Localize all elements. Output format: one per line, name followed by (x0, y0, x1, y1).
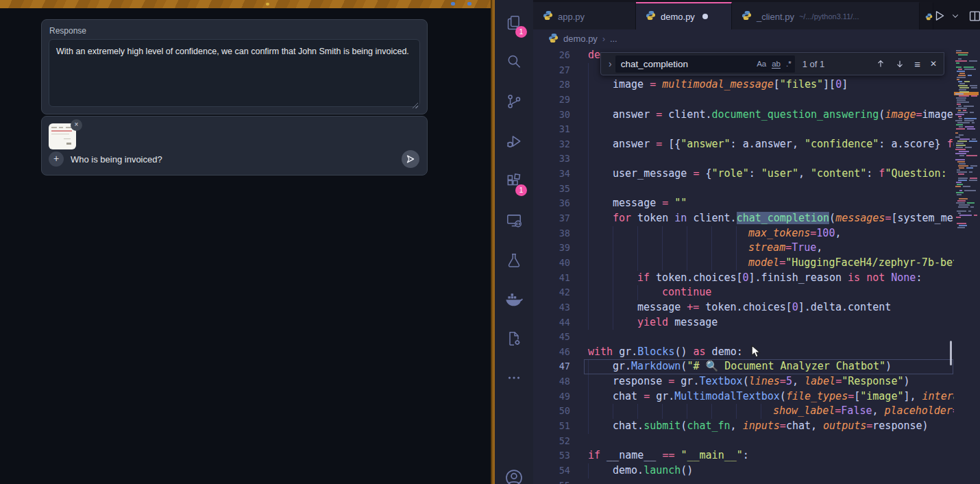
line-number[interactable]: 29 (533, 93, 570, 108)
code-line: 35 (533, 182, 954, 197)
send-icon (404, 153, 417, 165)
scrollbar-slider[interactable] (950, 341, 952, 365)
line-number[interactable]: 35 (533, 182, 570, 197)
code-line: 39stream=True, (533, 241, 954, 256)
tab-demo.py[interactable]: demo.py (636, 2, 732, 29)
code-line: 37for token in client.chat_completion(me… (533, 211, 954, 226)
chat-message-input[interactable]: Who is being invoiced? (71, 154, 162, 165)
gradio-app-window: Response With an extremely high level of… (0, 8, 491, 484)
activity-remote-explorer-icon[interactable] (495, 204, 533, 237)
activity-bar: 11 (495, 0, 533, 484)
line-number[interactable]: 47 (533, 359, 570, 374)
breadcrumb-file[interactable]: demo.py (563, 34, 598, 44)
desktop: Response With an extremely high level of… (0, 0, 980, 484)
code-line: 28image = multimodal_message["files"][0] (533, 77, 954, 93)
find-widget: › Aa ab .* 1 of 1 ≡ ✕ (600, 52, 944, 75)
add-file-button[interactable]: + (49, 152, 64, 167)
code-line: 34user_message = {"role": "user", "conte… (533, 167, 954, 182)
send-button[interactable] (402, 150, 419, 168)
activity-extensions-icon[interactable]: 1 (495, 165, 533, 197)
line-number[interactable]: 49 (533, 389, 570, 404)
activity-testing-icon[interactable] (495, 244, 533, 277)
line-number[interactable]: 36 (533, 196, 570, 211)
code-line: 52 (533, 434, 954, 449)
split-editor-icon[interactable] (969, 10, 980, 22)
activity-cmake-tools-icon[interactable] (495, 322, 533, 355)
line-number[interactable]: 46 (533, 345, 570, 360)
response-textarea[interactable]: With an extremely high level of confiden… (49, 39, 420, 107)
code-line: 32answer = [{"answer": a.answer, "confid… (533, 137, 954, 152)
line-number[interactable]: 40 (533, 256, 570, 271)
line-number[interactable]: 54 (533, 463, 570, 479)
vscode-main: app.py demo.py _client.py~/.../python3.1… (533, 0, 980, 484)
code-editor[interactable]: 26de2728image = multimodal_message["file… (533, 48, 980, 484)
line-number[interactable]: 28 (533, 77, 570, 93)
close-find-icon[interactable]: ✕ (930, 59, 937, 69)
whole-word-toggle[interactable]: ab (772, 60, 781, 69)
line-number[interactable]: 39 (533, 241, 570, 256)
line-number[interactable]: 32 (533, 137, 570, 152)
activity-docker-icon[interactable] (495, 283, 533, 316)
code-line: 47gr.Markdown("# 🔍 Document Analyzer Cha… (533, 359, 954, 374)
response-label: Response (49, 26, 86, 36)
remove-attachment-button[interactable]: × (71, 119, 82, 131)
activity-explorer-icon[interactable]: 1 (495, 6, 533, 39)
code-line: 55 (533, 479, 954, 484)
activity-search-icon[interactable] (495, 45, 533, 78)
activity-accounts-icon[interactable] (495, 461, 533, 484)
line-number[interactable]: 30 (533, 108, 570, 123)
line-number[interactable]: 34 (533, 167, 570, 182)
breadcrumb-more[interactable]: ... (610, 34, 617, 44)
line-number[interactable]: 43 (533, 300, 570, 315)
line-number[interactable]: 50 (533, 404, 570, 419)
line-number[interactable]: 44 (533, 315, 570, 330)
line-number[interactable]: 38 (533, 226, 570, 241)
tab-overflow-stub[interactable] (920, 2, 933, 29)
activity-source-control-icon[interactable] (495, 85, 533, 118)
desktop-wallpaper-strip (0, 0, 491, 8)
tab-app.py[interactable]: app.py (533, 2, 636, 29)
previous-match-icon[interactable] (876, 59, 885, 69)
find-in-selection-icon[interactable]: ≡ (914, 58, 920, 70)
code-line: 44yield message (533, 315, 954, 330)
chat-input-card: × + Who is being invoiced? (41, 116, 428, 176)
run-options-chevron-icon[interactable] (951, 12, 959, 20)
line-number[interactable]: 53 (533, 448, 570, 463)
run-python-file-icon[interactable] (933, 10, 946, 22)
line-number[interactable]: 45 (533, 330, 570, 345)
code-line: 53if __name__ == "__main__": (533, 448, 954, 463)
line-number[interactable]: 51 (533, 419, 570, 434)
python-file-icon (646, 10, 656, 23)
line-number[interactable]: 37 (533, 211, 570, 226)
code-line: 51chat.submit(chat_fn, inputs=chat, outp… (533, 419, 954, 434)
code-line: 30answer = client.document_question_answ… (533, 108, 954, 123)
next-match-icon[interactable] (895, 59, 905, 69)
line-number[interactable]: 33 (533, 152, 570, 167)
line-number[interactable]: 48 (533, 374, 570, 389)
response-card: Response With an extremely high level of… (41, 19, 428, 114)
line-number[interactable]: 41 (533, 271, 570, 286)
line-number[interactable]: 55 (533, 479, 570, 484)
toggle-replace-chevron-icon[interactable]: › (605, 58, 615, 69)
line-number[interactable]: 27 (533, 63, 570, 78)
wallpaper-speck (451, 2, 455, 5)
line-number[interactable]: 26 (533, 48, 570, 63)
activity-badge: 1 (515, 184, 527, 196)
minimap[interactable] (954, 48, 979, 484)
breadcrumb: demo.py › ... (533, 29, 980, 48)
code-line: 41if token.choices[0].finish_reason is n… (533, 271, 954, 286)
wallpaper-speck (266, 3, 269, 5)
editor-actions (933, 2, 980, 29)
code-line: 48response = gr.Textbox(lines=5, label="… (533, 374, 954, 389)
code-line: 45 (533, 330, 954, 345)
python-file-icon (742, 10, 752, 23)
activity-more-views-icon[interactable] (495, 361, 533, 394)
code-line: 33 (533, 152, 954, 167)
regex-toggle[interactable]: .* (786, 60, 792, 68)
line-number[interactable]: 52 (533, 434, 570, 449)
line-number[interactable]: 31 (533, 122, 570, 137)
line-number[interactable]: 42 (533, 285, 570, 300)
match-case-toggle[interactable]: Aa (757, 60, 766, 68)
tab-_client.py[interactable]: _client.py~/.../python3.11/... (732, 2, 920, 29)
activity-run-debug-icon[interactable] (495, 125, 533, 158)
